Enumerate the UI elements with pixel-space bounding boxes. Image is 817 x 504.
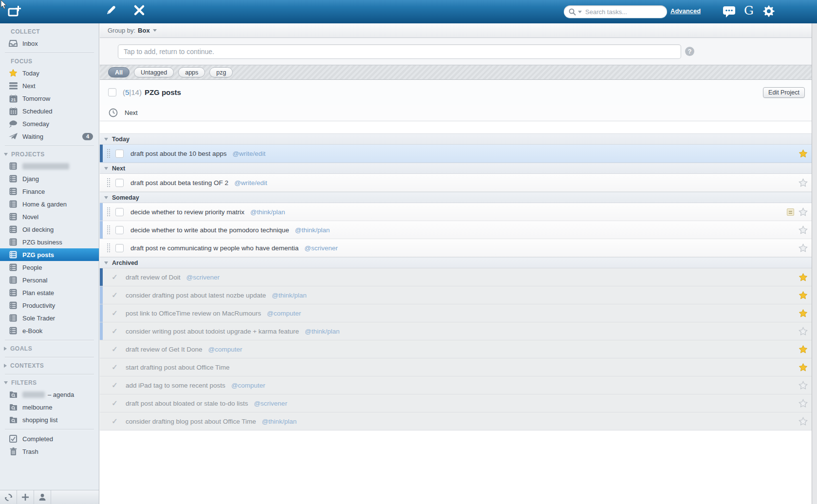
google-sync-icon[interactable]: G — [744, 3, 754, 18]
sidebar-item-scheduled[interactable]: Scheduled — [0, 105, 99, 117]
projects-section-title[interactable]: PROJECTS — [0, 149, 99, 160]
task-row[interactable]: ✓ draft review of Doit @scrivener — [100, 268, 812, 286]
sidebar-item-completed[interactable]: Completed — [0, 432, 99, 445]
sidebar-project-ebook[interactable]: e-Book — [0, 324, 99, 337]
task-checkbox[interactable] — [115, 208, 124, 216]
context-link[interactable]: @think/plan — [250, 208, 285, 216]
star-icon[interactable] — [798, 309, 808, 318]
sidebar-item-today[interactable]: Today — [0, 67, 99, 79]
settings-gear-icon[interactable] — [762, 5, 775, 19]
task-row[interactable]: ✓ consider drafting blog post about Offi… — [100, 412, 812, 430]
tag-pill-pzg[interactable]: pzg — [209, 67, 233, 77]
star-icon[interactable] — [798, 399, 808, 408]
sidebar-project-pzg-posts[interactable]: PZG posts — [0, 248, 99, 261]
search-box[interactable] — [564, 5, 667, 18]
note-icon[interactable] — [787, 208, 794, 216]
task-row[interactable]: ✓ draft review of Get It Done @computer — [100, 340, 812, 358]
close-icon[interactable] — [133, 4, 145, 18]
search-scope-caret-icon[interactable] — [578, 11, 582, 13]
goals-section-title[interactable]: GOALS — [0, 343, 99, 354]
context-link[interactable]: @scrivener — [304, 244, 337, 252]
star-icon[interactable] — [798, 225, 808, 235]
star-icon[interactable] — [798, 327, 808, 336]
context-link[interactable]: @think/plan — [295, 226, 330, 234]
context-link[interactable]: @scrivener — [186, 274, 220, 281]
context-link[interactable]: @think/plan — [305, 328, 340, 335]
star-icon[interactable] — [798, 345, 808, 354]
tag-pill-untagged[interactable]: Untagged — [134, 67, 174, 77]
context-link[interactable]: @scrivener — [254, 400, 287, 407]
star-icon[interactable] — [798, 273, 808, 282]
task-row[interactable]: decide whether to review priority matrix… — [100, 203, 812, 221]
sidebar-project-novel[interactable]: Novel — [0, 210, 99, 223]
context-link[interactable]: @think/plan — [272, 292, 307, 299]
edit-project-button[interactable]: Edit Project — [763, 87, 805, 98]
edit-pencil-button[interactable] — [105, 4, 117, 18]
task-checkbox[interactable] — [115, 179, 124, 187]
star-icon[interactable] — [798, 178, 808, 187]
sidebar-project-people[interactable]: People — [0, 261, 99, 274]
context-link[interactable]: @computer — [231, 382, 265, 389]
star-icon[interactable] — [798, 291, 808, 300]
chevron-down-icon[interactable] — [153, 29, 157, 32]
search-input[interactable] — [585, 8, 658, 16]
groupby-value[interactable]: Box — [138, 27, 150, 34]
sidebar-item-inbox[interactable]: Inbox — [0, 37, 99, 50]
contact-person-icon[interactable] — [34, 490, 51, 504]
sidebar-project-redacted[interactable] — [0, 160, 99, 172]
sidebar-project-sole-trader[interactable]: Sole Trader — [0, 312, 99, 324]
context-link[interactable]: @computer — [208, 346, 242, 353]
drag-handle[interactable] — [107, 225, 111, 235]
sidebar-project-home-garden[interactable]: Home & garden — [0, 198, 99, 210]
filters-section-title[interactable]: FILTERS — [0, 377, 99, 388]
sidebar-item-someday[interactable]: Someday — [0, 117, 99, 130]
add-icon[interactable] — [17, 490, 34, 504]
star-icon[interactable] — [798, 243, 808, 253]
sidebar-project-pzg-business[interactable]: PZG business — [0, 236, 99, 248]
feedback-chat-icon[interactable] — [723, 5, 736, 19]
sidebar-project-personal[interactable]: Personal — [0, 274, 99, 286]
drag-handle[interactable] — [107, 243, 111, 253]
context-link[interactable]: @write/edit — [232, 150, 265, 157]
task-row[interactable]: ✓ add iPad tag to some recent posts @com… — [100, 376, 812, 394]
tag-pill-all[interactable]: All — [108, 67, 130, 77]
star-icon[interactable] — [798, 417, 808, 426]
sidebar-project-djang[interactable]: Djang — [0, 172, 99, 185]
star-icon[interactable] — [798, 149, 808, 158]
contexts-section-title[interactable]: CONTEXTS — [0, 360, 99, 371]
project-next-row[interactable]: Next — [100, 105, 812, 121]
sidebar-item-waiting[interactable]: Waiting 4 — [0, 130, 99, 143]
group-header-today[interactable]: Today — [100, 133, 812, 145]
group-header-someday[interactable]: Someday — [100, 192, 812, 203]
task-row[interactable]: draft post about beta testing OF 2 @writ… — [100, 174, 812, 192]
sync-icon[interactable] — [0, 490, 17, 504]
task-row[interactable]: ✓ post link to OfficeTime review on MacR… — [100, 304, 812, 322]
sidebar-project-oil-decking[interactable]: Oil decking — [0, 223, 99, 236]
group-header-archived[interactable]: Archived — [100, 257, 812, 268]
task-row[interactable]: ✓ consider writing post about todoist up… — [100, 322, 812, 340]
sidebar-item-tomorrow[interactable]: 21 Tomorrow — [0, 92, 99, 105]
sidebar-item-next[interactable]: Next — [0, 79, 99, 92]
star-icon[interactable] — [798, 381, 808, 390]
sidebar-project-plan-estate[interactable]: Plan estate — [0, 286, 99, 299]
task-row[interactable]: ✓ start drafting post about Office Time — [100, 358, 812, 376]
star-icon[interactable] — [798, 207, 808, 217]
task-checkbox[interactable] — [115, 244, 124, 252]
sidebar-filter-shopping-list[interactable]: shopping list — [0, 413, 99, 426]
sidebar-filter-melbourne[interactable]: melbourne — [0, 401, 99, 413]
sidebar-project-finance[interactable]: Finance — [0, 185, 99, 198]
task-row[interactable]: ✓ consider drafting post about latest no… — [100, 286, 812, 304]
context-link[interactable]: @computer — [267, 310, 301, 317]
star-icon[interactable] — [798, 363, 808, 372]
advanced-search-link[interactable]: Advanced — [670, 7, 701, 15]
context-link[interactable]: @write/edit — [234, 179, 267, 187]
drag-handle[interactable] — [107, 149, 111, 158]
project-checkbox[interactable] — [108, 88, 116, 96]
drag-handle[interactable] — [107, 178, 111, 187]
task-row[interactable]: draft post re communicating w people who… — [100, 239, 812, 257]
task-row[interactable]: decide whether to write about the pomodo… — [100, 221, 812, 239]
tag-pill-apps[interactable]: apps — [178, 67, 205, 77]
sidebar-project-productivity[interactable]: Productivity — [0, 299, 99, 312]
task-row[interactable]: draft post about the 10 best apps @write… — [100, 145, 812, 163]
task-checkbox[interactable] — [115, 226, 124, 234]
